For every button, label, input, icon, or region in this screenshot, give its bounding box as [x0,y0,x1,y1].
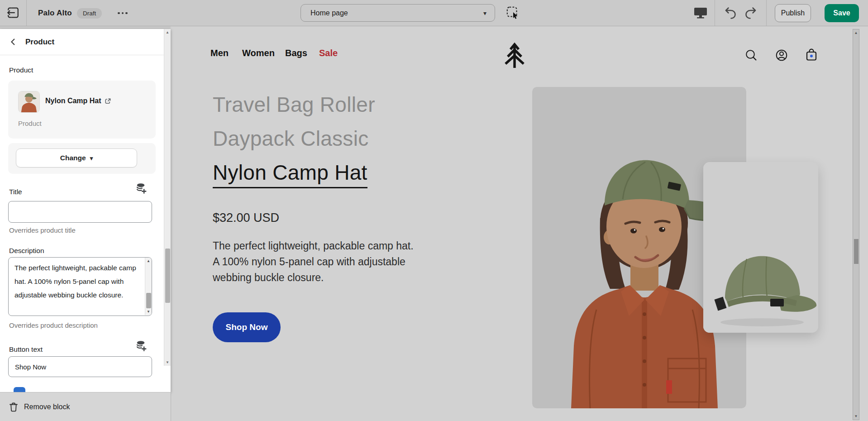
panel-title: Product [25,38,54,47]
product-section-label: Product [9,66,33,74]
redo-button[interactable] [743,5,759,21]
redo-icon [744,6,758,21]
account-icon [775,48,788,62]
description-field: The perfect lightweight, packable camp h… [8,257,152,316]
divider [26,0,27,26]
product-description: The perfect lightweight, packable camp h… [213,238,415,286]
search-button[interactable] [744,48,758,63]
scrollbar-thumb[interactable] [165,249,170,303]
theme-preview: Men Women Bags Sale [171,26,868,421]
description-helper-text: Overrides product description [9,321,98,329]
title-helper-text: Overrides product title [9,226,76,234]
scroll-down-icon[interactable]: ▼ [145,310,152,314]
exit-editor-button[interactable] [5,5,21,21]
connect-dynamic-source-icon[interactable] [136,340,148,353]
scroll-down-icon[interactable]: ▼ [164,360,171,364]
exit-icon [6,6,20,21]
undo-button[interactable] [722,5,739,21]
cart-indicator-dot [810,55,813,57]
product-title-muted[interactable]: Daypack Classic [213,122,375,156]
scrollbar-thumb[interactable] [854,239,858,264]
block-settings-panel: Product Product Nylon Camp Hat [0,29,171,392]
nav-link-sale[interactable]: Sale [319,48,338,58]
scrollbar-thumb[interactable] [146,293,151,308]
change-product-button[interactable]: Change ▾ [16,148,137,167]
page-selector-dropdown[interactable]: Home page ▾ [300,4,495,22]
description-field-label: Description [9,247,44,255]
save-button[interactable]: Save [825,4,859,22]
nav-link-women[interactable]: Women [242,48,275,58]
cart-button[interactable] [805,48,818,63]
title-input[interactable] [8,201,152,223]
panel-body: Product Nylon Camp Hat [0,55,171,392]
page-selector-value: Home page [310,9,348,17]
change-label: Change [60,154,86,162]
shop-now-button[interactable]: Shop Now [213,312,281,342]
product-thumbnail-image [19,91,39,112]
search-icon [744,48,758,62]
product-thumbnail[interactable] [18,91,40,113]
product-title-active[interactable]: Nylon Camp Hat [213,158,367,188]
nav-link-men[interactable]: Men [210,48,229,58]
panel-header: Product [0,29,171,55]
product-title-muted[interactable]: Travel Bag Roller [213,88,375,122]
divider [715,0,715,26]
store-name: Palo Alto [38,0,72,26]
description-textarea[interactable]: The perfect lightweight, packable camp h… [9,258,144,315]
inspect-select-tool-button[interactable] [506,6,521,21]
external-link-icon [105,98,111,105]
checkbox-partial[interactable] [14,387,25,392]
remove-block-button[interactable]: Remove block [0,392,171,421]
button-text-field-label: Button text [9,345,43,354]
tree-logo-icon [505,41,525,69]
undo-icon [724,6,737,21]
scroll-down-icon[interactable]: ▼ [853,414,859,418]
product-price: $32.00 USD [213,211,279,225]
product-title-list: Travel Bag Roller Daypack Classic Nylon … [213,88,375,190]
divider [766,0,767,26]
theme-editor: Palo Alto Draft Home page ▾ [0,0,868,421]
device-preview-button[interactable] [692,6,709,20]
chevron-left-icon [9,38,18,46]
product-name: Nylon Camp Hat [45,97,101,105]
trash-icon [9,402,18,412]
monitor-icon [693,6,708,21]
chevron-down-icon: ▾ [90,155,93,162]
product-photo-cap [703,162,818,333]
scroll-up-icon[interactable]: ▲ [164,30,171,34]
connect-dynamic-source-icon[interactable] [136,182,148,195]
button-text-input[interactable] [8,356,152,377]
textarea-scrollbar[interactable]: ▲ ▼ [145,258,152,315]
change-product-card: Change ▾ [8,143,156,174]
back-button[interactable] [5,34,21,50]
chevron-down-icon: ▾ [483,10,486,17]
remove-block-label: Remove block [24,403,70,411]
scroll-up-icon[interactable]: ▲ [145,259,152,263]
selection-tool-icon [506,6,520,22]
more-options-button[interactable] [114,5,131,21]
product-link[interactable]: Nylon Camp Hat [45,97,111,105]
title-field-label: Title [9,188,22,196]
account-button[interactable] [775,48,788,63]
panel-scrollbar[interactable]: ▲ ▼ [164,29,171,366]
product-resource-card: Nylon Camp Hat Product [8,81,156,139]
topbar: Palo Alto Draft Home page ▾ [0,0,868,26]
preview-scrollbar[interactable]: ▲ ▼ [853,29,859,420]
store-logo[interactable] [505,41,525,71]
nav-link-bags[interactable]: Bags [285,48,307,58]
publish-button[interactable]: Publish [775,4,811,22]
cap-photo-illustration [703,162,818,333]
product-type-label: Product [18,120,42,127]
cart-bag-icon [805,48,818,62]
status-badge: Draft [77,8,102,19]
scroll-up-icon[interactable]: ▲ [853,31,859,35]
